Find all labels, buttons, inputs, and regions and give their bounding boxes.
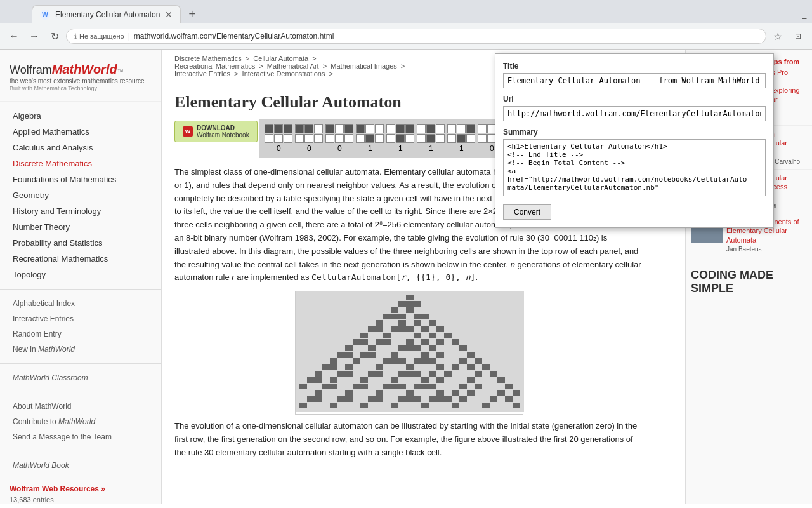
ca-svg — [296, 291, 524, 412]
svg-rect-121 — [406, 396, 414, 402]
breadcrumb-interactive[interactable]: Interactive Entries — [174, 70, 230, 77]
sidebar-item-book[interactable]: MathWorld Book — [0, 458, 161, 473]
svg-rect-116 — [337, 396, 345, 402]
svg-rect-58 — [429, 358, 436, 364]
svg-rect-37 — [368, 345, 376, 351]
svg-rect-54 — [391, 358, 398, 364]
svg-rect-104 — [505, 384, 513, 389]
svg-rect-81 — [490, 371, 497, 377]
svg-rect-79 — [444, 371, 452, 377]
svg-rect-22 — [436, 326, 444, 332]
about-nav: About MathWorld Contribute to MathWorld … — [0, 398, 161, 446]
sidebar-item-alpha-index[interactable]: Alphabetical Index — [0, 296, 161, 311]
sidebar-item-probability[interactable]: Probability and Statistics — [0, 235, 161, 251]
refresh-button[interactable]: ↻ — [46, 27, 63, 45]
url-path: /ElementaryCellularAutomaton.html — [214, 32, 334, 41]
bookmark-button[interactable]: ☆ — [769, 27, 787, 45]
popup-summary-textarea[interactable]: <h1>Elementary Cellular Automaton</h1> <… — [503, 139, 766, 196]
svg-rect-136 — [513, 403, 520, 408]
ca-image — [295, 291, 523, 415]
svg-rect-78 — [429, 371, 436, 377]
popup-title-input[interactable] — [503, 73, 766, 88]
popup-summary-label: Summary — [503, 128, 766, 137]
tab-favicon: W — [40, 10, 50, 20]
breadcrumb-math-images[interactable]: Mathematical Images — [331, 62, 397, 70]
svg-rect-51 — [330, 358, 337, 364]
svg-rect-41 — [429, 345, 436, 351]
svg-rect-14 — [414, 320, 421, 326]
sidebar-item-send-message[interactable]: Send a Message to the Team — [0, 429, 161, 444]
svg-rect-105 — [315, 390, 322, 396]
sidebar-item-discrete-math[interactable]: Discrete Mathematics — [0, 156, 161, 171]
breadcrumb-recreational[interactable]: Recreational Mathematics — [174, 62, 255, 70]
svg-rect-110 — [452, 390, 459, 396]
convert-button[interactable]: Convert — [503, 204, 551, 220]
browser-chrome: W Elementary Cellular Automaton ✕ + − ← … — [0, 0, 812, 50]
sidebar-item-foundations[interactable]: Foundations of Mathematics — [0, 171, 161, 187]
svg-rect-40 — [414, 345, 421, 351]
svg-rect-3 — [406, 301, 414, 307]
svg-rect-70 — [315, 371, 322, 377]
svg-rect-9 — [398, 314, 406, 319]
svg-rect-133 — [421, 403, 429, 408]
forward-button[interactable]: → — [25, 27, 43, 45]
tab-bar: W Elementary Cellular Automaton ✕ + − — [0, 0, 812, 23]
svg-rect-53 — [383, 358, 391, 364]
svg-rect-25 — [414, 333, 421, 338]
svg-rect-5 — [391, 307, 398, 313]
web-resources-link[interactable]: Wolfram Web Resources » — [10, 485, 152, 493]
sidebar-item-contribute[interactable]: Contribute to MathWorld — [0, 414, 161, 429]
svg-rect-38 — [398, 345, 406, 351]
breadcrumb-discrete[interactable]: Discrete Mathematics — [174, 55, 242, 62]
screenshot-button[interactable]: ⊡ — [789, 27, 807, 45]
sidebar-item-history[interactable]: History and Terminology — [0, 203, 161, 219]
svg-rect-91 — [299, 384, 307, 389]
entries-count: 13,683 entries — [10, 496, 152, 504]
sidebar-item-random[interactable]: Random Entry — [0, 326, 161, 342]
active-tab[interactable]: W Elementary Cellular Automaton ✕ — [32, 5, 181, 23]
svg-rect-87 — [421, 377, 429, 383]
svg-rect-1 — [406, 295, 414, 300]
breadcrumb-math-art[interactable]: Mathematical Art — [267, 62, 319, 70]
logo-area: Wolfram MathWorld ™ the web's most exten… — [0, 56, 161, 102]
automaton-panel-1: 0 — [265, 124, 292, 153]
svg-rect-15 — [429, 320, 436, 326]
address-bar[interactable]: ℹ Не защищено | mathworld.wolfram.com/El… — [66, 29, 766, 44]
sidebar-item-topology[interactable]: Topology — [0, 267, 161, 283]
breadcrumb-demos[interactable]: Interactive Demonstrations — [242, 70, 325, 77]
automaton-panel-7: 1 — [447, 124, 475, 153]
back-button[interactable]: ← — [5, 27, 23, 45]
tagline: the web's most extensive mathematics res… — [10, 77, 152, 84]
new-tab-button[interactable]: + — [183, 5, 200, 23]
svg-rect-103 — [475, 384, 482, 389]
svg-rect-86 — [391, 377, 398, 383]
sidebar-item-geometry[interactable]: Geometry — [0, 187, 161, 203]
svg-rect-52 — [353, 358, 360, 364]
sidebar-item-interactive[interactable]: Interactive Entries — [0, 311, 161, 326]
svg-rect-92 — [322, 384, 330, 389]
sidebar-item-classroom[interactable]: MathWorld Classroom — [0, 370, 161, 385]
popup-url-input[interactable] — [503, 106, 766, 121]
minimize-button[interactable]: − — [802, 13, 807, 23]
breadcrumb-cellular[interactable]: Cellular Automata — [253, 55, 308, 62]
sidebar-item-applied-math[interactable]: Applied Mathematics — [0, 124, 161, 140]
sidebar-item-new[interactable]: New in MathWorld — [0, 342, 161, 357]
svg-rect-135 — [482, 403, 490, 408]
sidebar-divider-2 — [0, 363, 161, 364]
svg-rect-35 — [452, 339, 459, 345]
svg-rect-11 — [421, 314, 429, 319]
svg-rect-94 — [353, 384, 360, 389]
sidebar-item-recreational[interactable]: Recreational Mathematics — [0, 251, 161, 267]
sidebar-item-number-theory[interactable]: Number Theory — [0, 219, 161, 235]
svg-rect-56 — [414, 358, 421, 364]
svg-rect-23 — [360, 333, 368, 338]
automaton-grid: 0 0 — [259, 119, 511, 158]
svg-rect-55 — [398, 358, 406, 364]
close-tab-button[interactable]: ✕ — [165, 10, 173, 20]
sidebar-item-about[interactable]: About MathWorld — [0, 399, 161, 414]
download-button[interactable]: W DOWNLOAD Wolfram Notebook — [174, 121, 258, 142]
sidebar-item-calculus[interactable]: Calculus and Analysis — [0, 140, 161, 156]
sidebar-item-algebra[interactable]: Algebra — [0, 108, 161, 124]
svg-rect-115 — [315, 396, 322, 402]
svg-rect-36 — [345, 345, 353, 351]
